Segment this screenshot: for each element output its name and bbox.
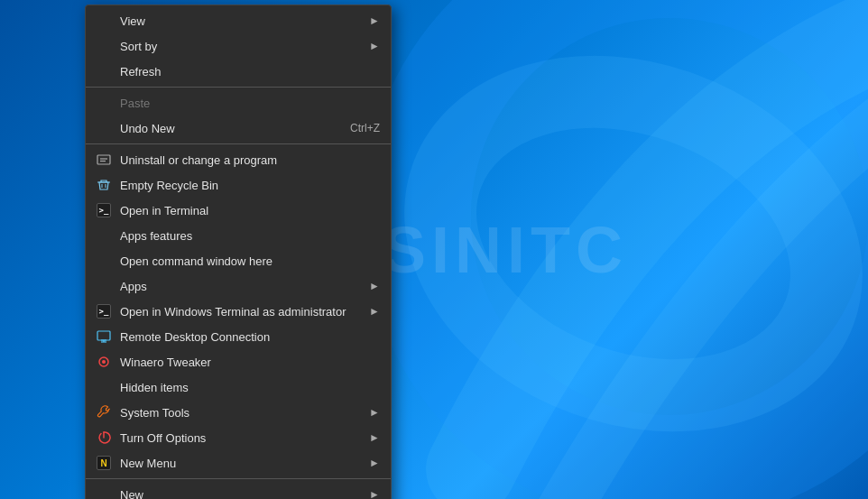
no-icon [95, 252, 113, 270]
menu-item-open-terminal-admin[interactable]: >_ Open in Windows Terminal as administr… [86, 299, 391, 324]
arrow-sort-by: ► [360, 40, 380, 52]
menu-item-winaero[interactable]: Winaero Tweaker [86, 349, 391, 374]
menu-item-new-menu[interactable]: N New Menu ► [86, 450, 391, 476]
no-icon [95, 378, 113, 396]
menu-item-recycle[interactable]: Empty Recycle Bin [86, 172, 391, 198]
menu-label-rdp: Remote Desktop Connection [120, 330, 380, 344]
terminal-admin-icon: >_ [95, 302, 113, 320]
rdp-icon [95, 328, 113, 346]
no-icon [95, 94, 113, 112]
svg-rect-7 [97, 331, 110, 340]
arrow-new: ► [360, 488, 380, 499]
menu-item-turn-off[interactable]: Turn Off Options ► [86, 425, 391, 450]
menu-item-new[interactable]: New ► [86, 482, 391, 499]
recycle-icon [95, 176, 113, 194]
menu-label-winaero: Winaero Tweaker [120, 356, 380, 369]
menu-label-system-tools: System Tools [120, 406, 360, 420]
arrow-turn-off: ► [360, 431, 380, 444]
svg-point-12 [102, 360, 106, 364]
context-menu: View ► Sort by ► Refresh Paste Undo New … [85, 5, 392, 499]
no-icon [95, 12, 113, 30]
menu-item-undo-new[interactable]: Undo New Ctrl+Z [86, 116, 391, 141]
arrow-terminal-admin: ► [360, 305, 380, 318]
menu-label-apps: Apps [120, 280, 360, 293]
menu-label-paste: Paste [120, 97, 380, 110]
uninstall-icon [95, 151, 113, 169]
menu-label-uninstall: Uninstall or change a program [120, 153, 380, 167]
menu-label-sort-by: Sort by [120, 40, 360, 53]
menu-item-apps[interactable]: Apps ► [86, 273, 391, 299]
no-icon [95, 119, 113, 137]
terminal-icon: >_ [95, 201, 113, 219]
arrow-system-tools: ► [360, 406, 380, 419]
menu-item-hidden[interactable]: Hidden items [86, 374, 391, 400]
menu-label-hidden: Hidden items [120, 381, 380, 394]
system-tools-icon [95, 403, 113, 421]
menu-label-terminal: Open in Terminal [120, 204, 380, 217]
separator-2 [86, 143, 391, 144]
menu-label-undo-new: Undo New [120, 122, 332, 135]
menu-item-uninstall[interactable]: Uninstall or change a program [86, 147, 391, 172]
arrow-new-menu: ► [360, 457, 380, 469]
menu-item-system-tools[interactable]: System Tools ► [86, 400, 391, 425]
menu-item-refresh[interactable]: Refresh [86, 59, 391, 84]
menu-item-view[interactable]: View ► [86, 8, 391, 33]
menu-item-terminal[interactable]: >_ Open in Terminal [86, 198, 391, 223]
menu-label-refresh: Refresh [120, 65, 380, 79]
separator-1 [86, 87, 391, 88]
menu-label-new: New [120, 488, 360, 500]
menu-label-turn-off: Turn Off Options [120, 431, 360, 445]
arrow-view: ► [360, 14, 380, 27]
separator-3 [86, 478, 391, 479]
menu-label-recycle: Empty Recycle Bin [120, 179, 380, 192]
menu-label-open-terminal-admin: Open in Windows Terminal as administrato… [120, 305, 360, 319]
new-menu-icon: N [95, 454, 113, 472]
menu-item-sort-by[interactable]: Sort by ► [86, 33, 391, 59]
menu-label-new-menu: New Menu [120, 457, 360, 470]
menu-item-open-cmd[interactable]: Open command window here [86, 248, 391, 273]
arrow-apps: ► [360, 280, 380, 292]
menu-item-rdp[interactable]: Remote Desktop Connection [86, 324, 391, 349]
svg-rect-2 [97, 155, 110, 164]
shortcut-undo-new: Ctrl+Z [350, 122, 380, 134]
power-icon [95, 429, 113, 447]
menu-label-view: View [120, 14, 360, 28]
no-icon [95, 485, 113, 499]
menu-label-open-cmd: Open command window here [120, 254, 380, 268]
no-icon [95, 62, 113, 80]
apps-features-icon [95, 226, 113, 245]
menu-label-apps-features: Apps features [120, 229, 380, 243]
no-icon [95, 277, 113, 295]
menu-item-apps-features[interactable]: Apps features [86, 223, 391, 248]
no-icon [95, 37, 113, 55]
winaero-icon [95, 353, 113, 371]
menu-item-paste[interactable]: Paste [86, 90, 391, 116]
